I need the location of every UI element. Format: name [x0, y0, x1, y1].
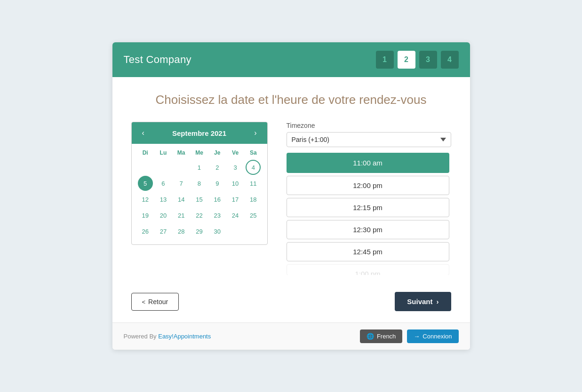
powered-by: Powered By Easy!Appointments: [124, 333, 211, 340]
calendar-month-title: Septembre 2021: [172, 129, 226, 137]
cal-day-25[interactable]: 25: [246, 208, 261, 223]
footer-actions: Retour Suivant ›: [131, 288, 451, 311]
calendar-header: ‹ Septembre 2021 ›: [132, 122, 267, 144]
time-slot-1215pm[interactable]: 12:15 pm: [287, 198, 449, 217]
weekday-me: Me: [190, 148, 208, 158]
time-slot-100pm[interactable]: 1:00 pm: [287, 264, 449, 275]
cal-day-23[interactable]: 23: [210, 208, 225, 223]
next-arrow-icon: ›: [437, 298, 439, 306]
weekday-di: Di: [136, 148, 154, 158]
login-button[interactable]: → Connexion: [407, 329, 458, 343]
cal-day-24[interactable]: 24: [228, 208, 243, 223]
cal-day-26[interactable]: 26: [138, 224, 153, 239]
cal-day-empty: [174, 160, 189, 175]
cal-day-1[interactable]: 1: [191, 160, 207, 175]
cal-day-8[interactable]: 8: [191, 176, 207, 191]
body: Choisissez la date et l'heure de votre r…: [112, 77, 470, 323]
time-slot-1245pm[interactable]: 12:45 pm: [287, 242, 449, 261]
calendar-next-button[interactable]: ›: [251, 128, 259, 138]
language-label: French: [377, 333, 396, 340]
cal-day-30[interactable]: 30: [210, 224, 225, 239]
timezone-label: Timezone: [287, 122, 451, 129]
cal-day-27[interactable]: 27: [156, 224, 171, 239]
cal-day-18[interactable]: 18: [246, 192, 261, 207]
cal-day-13[interactable]: 13: [156, 192, 171, 207]
weekday-ve: Ve: [226, 148, 244, 158]
cal-day-11[interactable]: 11: [246, 176, 261, 191]
header: Test Company 1 2 3 4: [112, 42, 470, 77]
step-indicators: 1 2 3 4: [376, 51, 459, 69]
cal-day-14[interactable]: 14: [174, 192, 189, 207]
footer-right-buttons: 🌐 French → Connexion: [360, 329, 459, 343]
login-label: Connexion: [423, 333, 452, 340]
content-area: ‹ Septembre 2021 › Di Lu Ma Me Je Ve: [131, 122, 451, 275]
language-button[interactable]: 🌐 French: [360, 329, 402, 343]
timezone-select[interactable]: Paris (+1:00) London (0:00) New York (-5…: [287, 132, 451, 147]
right-panel: Timezone Paris (+1:00) London (0:00) New…: [287, 122, 451, 275]
calendar-grid: Di Lu Ma Me Je Ve Sa 1 2: [132, 144, 267, 244]
cal-day-3[interactable]: 3: [228, 160, 243, 175]
cal-day-15[interactable]: 15: [191, 192, 207, 207]
calendar-days: 1 2 3 4 5 6 7 8 9 10 11 12 13: [136, 160, 263, 239]
cal-day-9[interactable]: 9: [210, 176, 225, 191]
calendar: ‹ Septembre 2021 › Di Lu Ma Me Je Ve: [131, 122, 268, 245]
step-2-button[interactable]: 2: [398, 51, 415, 69]
powered-by-text: Powered By: [124, 333, 157, 340]
step-3-button[interactable]: 3: [419, 51, 437, 69]
main-card: Test Company 1 2 3 4 Choisissez la date …: [112, 42, 470, 350]
powered-by-link[interactable]: Easy!Appointments: [158, 333, 211, 340]
weekday-je: Je: [208, 148, 226, 158]
cal-day-28[interactable]: 28: [174, 224, 189, 239]
cal-day-empty: [156, 160, 171, 175]
cal-day-20[interactable]: 20: [156, 208, 171, 223]
cal-day-22[interactable]: 22: [191, 208, 207, 223]
cal-day-16[interactable]: 16: [210, 192, 225, 207]
cal-day-19[interactable]: 19: [138, 208, 153, 223]
page-heading: Choisissez la date et l'heure de votre r…: [131, 92, 451, 108]
time-slots-container: 11:00 am 12:00 pm 12:15 pm 12:30 pm 12:4…: [287, 153, 451, 275]
cal-day-21[interactable]: 21: [174, 208, 189, 223]
back-button[interactable]: Retour: [131, 293, 179, 311]
calendar-prev-button[interactable]: ‹: [139, 128, 147, 138]
page-footer: Powered By Easy!Appointments 🌐 French → …: [112, 322, 470, 350]
globe-icon: 🌐: [367, 333, 374, 340]
time-slot-1100am[interactable]: 11:00 am: [287, 153, 449, 173]
step-1-button[interactable]: 1: [376, 51, 394, 69]
time-slot-1230pm[interactable]: 12:30 pm: [287, 220, 449, 239]
cal-day-empty: [138, 160, 153, 175]
time-slot-1200pm[interactable]: 12:00 pm: [287, 176, 449, 195]
cal-day-29[interactable]: 29: [191, 224, 207, 239]
cal-day-6[interactable]: 6: [156, 176, 171, 191]
chevron-right-icon: ›: [254, 129, 256, 137]
weekday-ma: Ma: [172, 148, 190, 158]
back-label: Retour: [148, 298, 168, 306]
cal-day-4[interactable]: 4: [246, 160, 261, 175]
company-title: Test Company: [124, 54, 191, 66]
cal-day-2[interactable]: 2: [210, 160, 225, 175]
calendar-weekdays: Di Lu Ma Me Je Ve Sa: [136, 148, 263, 158]
step-4-button[interactable]: 4: [441, 51, 459, 69]
cal-day-17[interactable]: 17: [228, 192, 243, 207]
login-icon: →: [414, 333, 420, 340]
cal-day-7[interactable]: 7: [174, 176, 189, 191]
cal-day-10[interactable]: 10: [228, 176, 243, 191]
weekday-sa: Sa: [244, 148, 262, 158]
back-arrow-icon: [142, 298, 146, 306]
next-button[interactable]: Suivant ›: [395, 292, 451, 311]
chevron-left-icon: ‹: [142, 129, 144, 137]
cal-day-12[interactable]: 12: [138, 192, 153, 207]
weekday-lu: Lu: [154, 148, 172, 158]
cal-day-5[interactable]: 5: [138, 176, 153, 191]
next-label: Suivant: [407, 298, 432, 306]
